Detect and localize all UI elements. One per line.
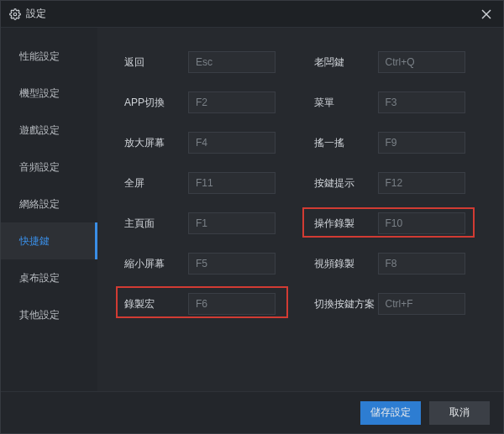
shortcut-input-record-macro[interactable]: F6	[188, 293, 276, 315]
shortcut-input-home[interactable]: F1	[188, 212, 276, 234]
shortcut-row-boss-key: 老闆鍵Ctrl+Q	[314, 51, 484, 73]
shortcut-label: 錄製宏	[124, 297, 188, 311]
shortcut-label: 按鍵提示	[314, 176, 378, 191]
sidebar-item-label: 網絡設定	[19, 197, 60, 212]
shortcut-input-video-record[interactable]: F8	[378, 253, 465, 275]
shortcut-row-video-record: 視頻錄製F8	[314, 253, 484, 275]
shortcut-input-menu[interactable]: F3	[378, 92, 465, 113]
close-button[interactable]	[478, 6, 495, 23]
sidebar-item-label: 機型設定	[19, 86, 60, 101]
body: 性能設定 機型設定 遊戲設定 音頻設定 網絡設定 快捷鍵 桌布設定 其他設定 返…	[1, 28, 503, 391]
gear-icon	[9, 8, 21, 20]
sidebar-item-game[interactable]: 遊戲設定	[1, 112, 97, 149]
shortcut-label: 搖一搖	[314, 136, 378, 150]
svg-point-0	[13, 13, 17, 16]
sidebar-item-network[interactable]: 網絡設定	[1, 186, 97, 222]
shortcut-input-boss-key[interactable]: Ctrl+Q	[378, 51, 465, 73]
shortcut-input-app-switch[interactable]: F2	[188, 92, 276, 113]
shortcut-input-switch-keymap[interactable]: Ctrl+F	[378, 293, 465, 315]
shortcut-input-key-hint[interactable]: F12	[378, 172, 465, 194]
sidebar-item-shortcuts[interactable]: 快捷鍵	[1, 222, 97, 259]
shortcut-label: 視頻錄製	[314, 257, 378, 271]
shortcut-label: 主頁面	[124, 217, 188, 231]
shortcut-row-zoom-out: 縮小屏幕F5	[124, 253, 294, 275]
settings-window: 設定 性能設定 機型設定 遊戲設定 音頻設定 網絡設定 快捷鍵 桌布設定 其他設…	[0, 0, 504, 434]
shortcut-input-fullscreen[interactable]: F11	[188, 172, 276, 194]
sidebar-item-audio[interactable]: 音頻設定	[1, 149, 97, 186]
shortcut-row-op-record: 操作錄製F10	[314, 212, 484, 234]
shortcut-row-zoom-in: 放大屏幕F4	[124, 132, 294, 154]
shortcut-label: 返回	[124, 55, 188, 70]
shortcut-row-shake: 搖一搖F9	[314, 132, 484, 154]
sidebar-item-label: 桌布設定	[19, 271, 60, 285]
shortcut-row-home: 主頁面F1	[124, 212, 294, 234]
sidebar-item-other[interactable]: 其他設定	[1, 296, 97, 333]
shortcut-input-shake[interactable]: F9	[378, 132, 465, 154]
sidebar-item-model[interactable]: 機型設定	[1, 75, 97, 112]
shortcut-label: 縮小屏幕	[124, 257, 188, 271]
shortcut-label: APP切換	[124, 96, 188, 110]
shortcut-row-key-hint: 按鍵提示F12	[314, 172, 484, 194]
shortcut-row-switch-keymap: 切換按鍵方案Ctrl+F	[314, 293, 484, 315]
footer: 儲存設定 取消	[1, 391, 503, 433]
shortcut-row-fullscreen: 全屏F11	[124, 172, 294, 194]
sidebar-item-label: 遊戲設定	[19, 123, 60, 138]
sidebar-item-label: 快捷鍵	[19, 234, 50, 248]
sidebar-item-performance[interactable]: 性能設定	[1, 38, 97, 75]
shortcut-grid: 返回Esc老闆鍵Ctrl+QAPP切換F2菜單F3放大屏幕F4搖一搖F9全屏F1…	[124, 51, 483, 315]
shortcut-row-back: 返回Esc	[124, 51, 294, 73]
sidebar: 性能設定 機型設定 遊戲設定 音頻設定 網絡設定 快捷鍵 桌布設定 其他設定	[1, 28, 97, 391]
shortcut-input-zoom-in[interactable]: F4	[188, 132, 276, 154]
window-title: 設定	[26, 7, 46, 21]
shortcut-row-record-macro: 錄製宏F6	[124, 293, 294, 315]
sidebar-item-label: 其他設定	[19, 308, 60, 322]
shortcut-label: 菜單	[314, 96, 378, 110]
shortcut-input-op-record[interactable]: F10	[378, 212, 465, 234]
shortcut-label: 老闆鍵	[314, 55, 378, 70]
close-icon	[481, 9, 491, 19]
shortcut-row-menu: 菜單F3	[314, 92, 484, 113]
titlebar: 設定	[1, 1, 503, 28]
shortcut-label: 全屏	[124, 176, 188, 191]
shortcut-label: 放大屏幕	[124, 136, 188, 150]
save-button[interactable]: 儲存設定	[360, 401, 421, 425]
sidebar-item-label: 音頻設定	[19, 160, 60, 175]
sidebar-item-wallpaper[interactable]: 桌布設定	[1, 259, 97, 296]
shortcut-row-app-switch: APP切換F2	[124, 92, 294, 113]
sidebar-item-label: 性能設定	[19, 50, 60, 64]
content-area: 返回Esc老闆鍵Ctrl+QAPP切換F2菜單F3放大屏幕F4搖一搖F9全屏F1…	[97, 28, 503, 391]
shortcut-input-back[interactable]: Esc	[188, 51, 276, 73]
shortcut-label: 切換按鍵方案	[314, 297, 378, 311]
cancel-button[interactable]: 取消	[429, 401, 490, 425]
shortcut-input-zoom-out[interactable]: F5	[188, 253, 276, 275]
shortcut-label: 操作錄製	[314, 217, 378, 231]
